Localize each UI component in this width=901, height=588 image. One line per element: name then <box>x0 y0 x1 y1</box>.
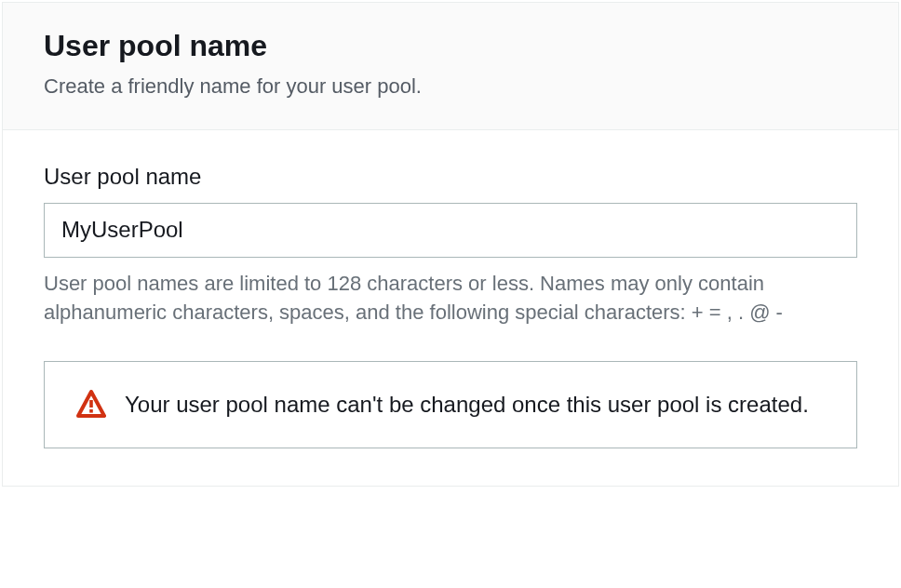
panel-header: User pool name Create a friendly name fo… <box>3 3 898 130</box>
warning-alert-text: Your user pool name can't be changed onc… <box>125 388 809 421</box>
pool-name-label: User pool name <box>44 164 857 190</box>
warning-alert: Your user pool name can't be changed onc… <box>44 361 857 448</box>
user-pool-name-panel: User pool name Create a friendly name fo… <box>2 2 899 487</box>
pool-name-input[interactable] <box>44 203 857 258</box>
panel-title: User pool name <box>44 29 857 63</box>
svg-rect-0 <box>89 400 93 408</box>
svg-rect-1 <box>89 409 93 413</box>
panel-subtitle: Create a friendly name for your user poo… <box>44 73 857 101</box>
warning-triangle-icon <box>76 390 106 420</box>
pool-name-help-text: User pool names are limited to 128 chara… <box>44 269 857 328</box>
panel-body: User pool name User pool names are limit… <box>3 130 898 487</box>
